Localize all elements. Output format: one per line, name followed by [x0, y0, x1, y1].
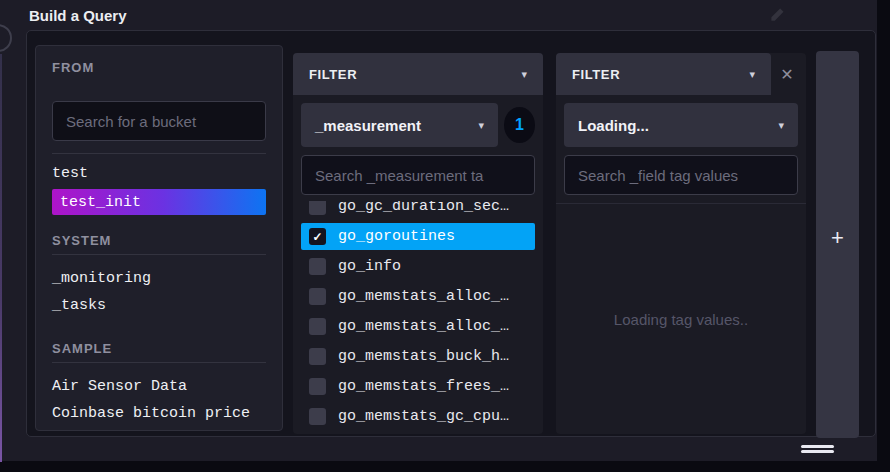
divider — [52, 254, 266, 255]
from-label: FROM — [52, 60, 266, 75]
bucket-item-monitoring[interactable]: _monitoring — [52, 265, 266, 292]
page-title: Build a Query — [29, 7, 127, 24]
filter1-type-dropdown[interactable]: FILTER ▾ — [293, 53, 543, 95]
checkbox-unchecked[interactable] — [309, 378, 326, 395]
section-label-system: SYSTEM — [52, 233, 266, 248]
filter2-body: Loading tag values.. — [556, 204, 806, 434]
filter2-label: FILTER — [572, 67, 620, 82]
measurement-row[interactable]: go_memstats_gc_cpu… — [301, 403, 535, 430]
query-builder-card: FROM test test_init SYSTEM _monitoring _… — [26, 30, 876, 437]
measurement-row[interactable]: go_info — [301, 253, 535, 280]
measurement-row[interactable]: go_memstats_buck_h… — [301, 343, 535, 370]
from-panel: FROM test test_init SYSTEM _monitoring _… — [35, 45, 283, 431]
chevron-down-icon: ▾ — [778, 119, 784, 132]
divider — [52, 153, 266, 154]
tag-key-value: _measurement — [315, 117, 421, 134]
measurement-label: go_memstats_buck_h… — [338, 348, 509, 365]
section-label-sample: SAMPLE — [52, 341, 266, 356]
panel-resize-handle[interactable] — [801, 445, 834, 453]
filter-card-2: FILTER ▾ ✕ Loading... ▾ Loading tag valu… — [556, 53, 806, 434]
checkbox-unchecked[interactable] — [309, 288, 326, 305]
bucket-item-test-init-selected[interactable]: test_init — [52, 189, 266, 215]
filter2-controls: Loading... ▾ — [556, 95, 806, 195]
measurement-list: go_gc_duration_sec… ✓ go_goroutines go_i… — [293, 201, 543, 434]
measurement-label: go_memstats_alloc_… — [338, 318, 509, 335]
measurement-row[interactable]: go_memstats_alloc_… — [301, 283, 535, 310]
build-query-panel: Build a Query FROM test test_init SYSTEM… — [0, 0, 890, 472]
chevron-down-icon: ▾ — [478, 119, 484, 132]
bucket-label: test — [52, 165, 88, 182]
bucket-label: _tasks — [52, 297, 106, 314]
loading-tag-values-text: Loading tag values.. — [614, 311, 748, 328]
checkbox-checked[interactable]: ✓ — [309, 228, 326, 245]
filter1-label: FILTER — [309, 67, 357, 82]
handle-bar — [801, 450, 834, 453]
bucket-item-coinbase[interactable]: Coinbase bitcoin price — [52, 400, 266, 427]
add-filter-button[interactable]: + — [816, 51, 859, 438]
checkbox-unchecked[interactable] — [309, 408, 326, 425]
edit-pencil-icon[interactable] — [768, 6, 786, 24]
bucket-item-test[interactable]: test — [52, 160, 266, 187]
bucket-item-air-sensor[interactable]: Air Sensor Data — [52, 373, 266, 400]
checkbox-unchecked[interactable] — [309, 201, 326, 215]
measurement-label: go_gc_duration_sec… — [338, 201, 509, 215]
tag-key-value: Loading... — [578, 117, 649, 134]
bucket-item-tasks[interactable]: _tasks — [52, 292, 266, 319]
filter2-type-dropdown[interactable]: FILTER ▾ — [556, 53, 771, 95]
chevron-down-icon: ▾ — [749, 68, 755, 81]
checkbox-unchecked[interactable] — [309, 318, 326, 335]
check-icon: ✓ — [312, 231, 322, 243]
measurement-row[interactable]: go_memstats_frees_… — [301, 373, 535, 400]
divider — [52, 362, 266, 363]
checkbox-unchecked[interactable] — [309, 258, 326, 275]
measurement-row[interactable]: go_gc_duration_sec… — [301, 201, 535, 220]
measurement-row-selected[interactable]: ✓ go_goroutines — [301, 223, 535, 250]
left-edge-accent — [0, 54, 2, 462]
selected-count-badge: 1 — [504, 107, 535, 143]
measurement-label: go_memstats_alloc_… — [338, 288, 509, 305]
tag-key-dropdown[interactable]: _measurement ▾ — [301, 103, 498, 147]
bucket-label: test_init — [60, 194, 141, 211]
measurement-label: go_memstats_gc_cpu… — [338, 408, 509, 425]
chevron-down-icon: ▾ — [521, 68, 527, 81]
measurement-label: go_info — [338, 258, 401, 275]
bucket-label: Coinbase bitcoin price — [52, 405, 250, 422]
checkbox-unchecked[interactable] — [309, 348, 326, 365]
tag-key-dropdown-loading[interactable]: Loading... ▾ — [564, 103, 798, 147]
measurement-label: go_memstats_frees_… — [338, 378, 509, 395]
handle-bar — [801, 445, 834, 448]
measurement-search-input[interactable] — [301, 155, 535, 195]
filter-card-1: FILTER ▾ _measurement ▾ 1 go_gc_duration… — [293, 53, 543, 434]
filter1-controls: _measurement ▾ 1 — [293, 95, 543, 195]
bucket-label: Air Sensor Data — [52, 378, 187, 395]
field-search-input[interactable] — [564, 155, 798, 195]
bucket-label: _monitoring — [52, 270, 151, 287]
measurement-row[interactable]: go_memstats_alloc_… — [301, 313, 535, 340]
measurement-label: go_goroutines — [338, 228, 455, 245]
close-filter-icon[interactable]: ✕ — [778, 65, 796, 83]
bucket-search-input[interactable] — [52, 101, 266, 141]
plus-icon: + — [831, 227, 844, 438]
